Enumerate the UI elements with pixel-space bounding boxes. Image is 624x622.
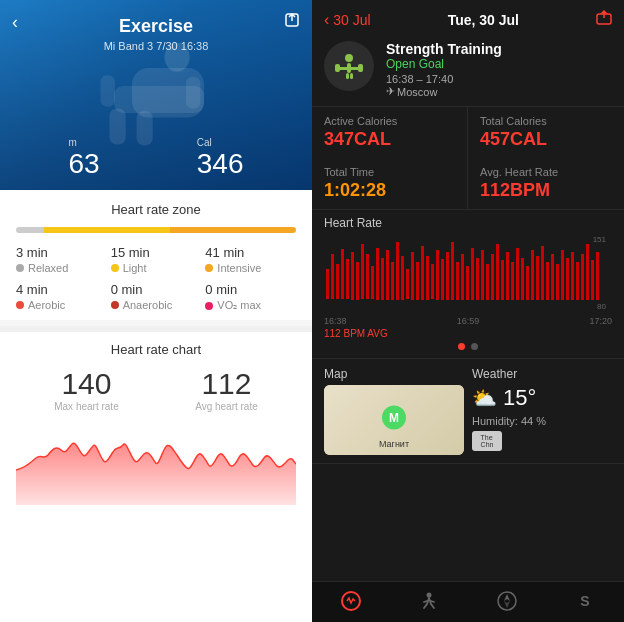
svg-rect-30	[386, 250, 389, 300]
zone-dot-relaxed	[16, 264, 24, 272]
exercise-hero: ‹ Exercise Mi Band 3 7/30 16:38 m 63 Cal…	[0, 0, 312, 190]
svg-rect-59	[531, 250, 534, 300]
hero-distance-stat: m 63	[69, 137, 100, 180]
map-label: Map	[324, 367, 464, 381]
right-header: ‹ 30 Jul Tue, 30 Jul	[312, 0, 624, 35]
svg-rect-55	[511, 262, 514, 300]
svg-rect-18	[326, 269, 329, 299]
header-title: Tue, 30 Jul	[448, 12, 519, 28]
metric-avg-hr: Avg. Heart Rate 112BPM	[468, 158, 624, 209]
svg-rect-11	[337, 67, 361, 70]
zone-item-anaerobic: 0 min Anaerobic	[111, 282, 202, 312]
svg-rect-57	[521, 258, 524, 300]
nav-activity-icon[interactable]	[340, 590, 362, 612]
svg-rect-13	[358, 64, 363, 72]
nav-siri-icon[interactable]: S	[574, 590, 596, 612]
hr-chart-section: Heart rate chart 140 Max heart rate 112 …	[0, 332, 312, 622]
svg-rect-39	[431, 264, 434, 299]
hr-dots-row[interactable]	[324, 339, 612, 354]
zone-dot-aerobic	[16, 301, 24, 309]
svg-rect-61	[541, 246, 544, 300]
svg-rect-64	[556, 264, 559, 300]
exercise-title: Exercise	[119, 16, 193, 37]
nav-compass-icon[interactable]	[496, 590, 518, 612]
hr-dot-2[interactable]	[471, 343, 478, 350]
svg-rect-12	[335, 64, 340, 72]
svg-marker-75	[504, 594, 510, 601]
header-back-arrow[interactable]: ‹	[324, 11, 329, 29]
metric-active-cal: Active Calories 347CAL	[312, 107, 468, 158]
zone-item-relaxed: 3 min Relaxed	[16, 245, 107, 274]
svg-rect-35	[411, 252, 414, 300]
hr-avg-stat: 112 Avg heart rate	[195, 367, 258, 412]
svg-rect-21	[341, 249, 344, 299]
svg-rect-43	[451, 242, 454, 300]
svg-rect-25	[361, 244, 364, 299]
workout-block: Strength Training Open Goal 16:38 – 17:4…	[312, 35, 624, 107]
workout-goal: Open Goal	[386, 57, 612, 71]
zone-dot-light	[111, 264, 119, 272]
zone-bar	[16, 227, 296, 233]
metric-total-time: Total Time 1:02:28	[312, 158, 468, 209]
back-button[interactable]: ‹	[12, 12, 18, 33]
map-block: Map M Магнит	[324, 367, 464, 455]
zone-item-vo2: 0 min VO₂ max	[205, 282, 296, 312]
distance-unit: m	[69, 137, 77, 148]
right-panel: ‹ 30 Jul Tue, 30 Jul Strength Tra	[312, 0, 624, 622]
hr-max-value: 140	[61, 367, 111, 401]
svg-rect-24	[356, 262, 359, 300]
map-thumbnail[interactable]: M Магнит	[324, 385, 464, 455]
bottom-nav: S	[312, 581, 624, 622]
metrics-grid: Active Calories 347CAL Total Calories 45…	[312, 107, 624, 210]
svg-text:80: 80	[597, 302, 606, 311]
svg-rect-33	[401, 256, 404, 300]
hr-dot-1[interactable]	[458, 343, 465, 350]
share-button[interactable]	[284, 12, 300, 32]
svg-rect-15	[350, 73, 353, 79]
svg-rect-65	[561, 250, 564, 300]
svg-rect-34	[406, 269, 409, 299]
left-panel: ‹ Exercise Mi Band 3 7/30 16:38 m 63 Cal…	[0, 0, 312, 622]
exercise-subtitle: Mi Band 3 7/30 16:38	[104, 40, 209, 52]
weather-temp-row: ⛅ 15°	[472, 385, 612, 411]
zone-dot-intensive	[205, 264, 213, 272]
svg-rect-51	[491, 254, 494, 300]
map-store-label: Магнит	[379, 439, 409, 449]
svg-rect-66	[566, 258, 569, 300]
distance-value: 63	[69, 148, 100, 180]
svg-rect-28	[376, 248, 379, 300]
weather-logo: TheChn	[472, 431, 502, 451]
svg-rect-31	[391, 262, 394, 300]
zone-item-light: 15 min Light	[111, 245, 202, 274]
weather-block: Weather ⛅ 15° Humidity: 44 % TheChn	[472, 367, 612, 455]
nav-run-icon[interactable]	[418, 590, 440, 612]
svg-rect-29	[381, 258, 384, 300]
weather-content: ⛅ 15° Humidity: 44 % TheChn	[472, 385, 612, 451]
svg-rect-44	[456, 262, 459, 300]
hr-avg-value: 112	[201, 367, 251, 401]
zone-dot-vo2	[205, 302, 213, 310]
svg-rect-45	[461, 254, 464, 300]
svg-rect-27	[371, 266, 374, 299]
svg-rect-69	[581, 254, 584, 300]
header-back-date[interactable]: 30 Jul	[333, 12, 370, 28]
svg-point-9	[345, 54, 353, 62]
hr-chart-area	[16, 420, 296, 510]
svg-rect-49	[481, 250, 484, 300]
workout-icon	[324, 41, 374, 91]
header-share-icon[interactable]	[596, 10, 612, 29]
svg-text:151: 151	[593, 235, 607, 244]
hr-time-labels: 16:38 16:59 17:20	[324, 316, 612, 326]
svg-rect-6	[186, 77, 200, 109]
workout-location: ✈ Moscow	[386, 85, 612, 98]
map-weather-row: Map M Магнит Weather ⛅ 15° Humidity: 44 …	[312, 359, 624, 464]
header-date-row[interactable]: ‹ 30 Jul	[324, 11, 371, 29]
svg-rect-41	[441, 259, 444, 300]
svg-rect-63	[551, 254, 554, 300]
zone-item-intensive: 41 min Intensive	[205, 245, 296, 274]
weather-temp: 15°	[503, 385, 536, 411]
hero-stats: m 63 Cal 346	[0, 137, 312, 180]
svg-rect-72	[596, 252, 599, 300]
hero-cal-stat: Cal 346	[197, 137, 244, 180]
svg-rect-40	[436, 250, 439, 300]
